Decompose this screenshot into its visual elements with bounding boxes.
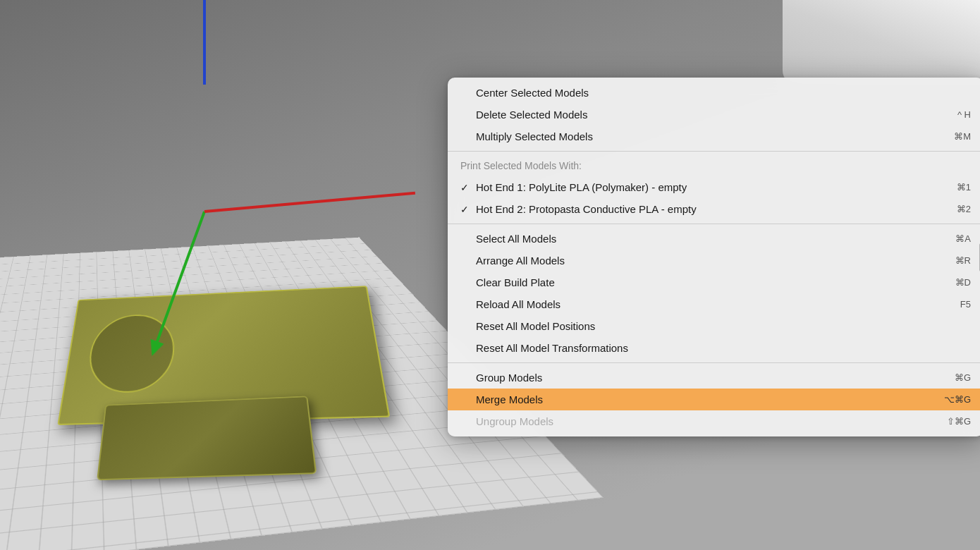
- menu-item-merge-models[interactable]: Merge Models⌥⌘G: [448, 389, 980, 410]
- top-corner-surface: [783, 0, 980, 85]
- menu-item-select-all[interactable]: Select All Models⌘A: [448, 228, 980, 250]
- menu-item-label-delete-selected: Delete Selected Models: [476, 109, 587, 121]
- menu-item-shortcut-select-all: ⌘A: [955, 233, 971, 244]
- menu-item-group-models[interactable]: Group Models⌘G: [448, 367, 980, 389]
- separator-separator-2: [448, 224, 980, 224]
- menu-item-arrange-all[interactable]: Arrange All Models⌘R: [448, 250, 980, 271]
- menu-item-label-print-with-header: Print Selected Models With:: [460, 160, 582, 171]
- checkmark-icon: ✓: [460, 204, 472, 215]
- menu-item-label-reset-positions: Reset All Model Positions: [476, 320, 595, 332]
- menu-item-hot-end-1[interactable]: ✓Hot End 1: PolyLite PLA (Polymaker) - e…: [448, 176, 980, 198]
- menu-item-shortcut-reload-all: F5: [960, 299, 971, 310]
- checkmark-icon: ✓: [460, 182, 472, 193]
- menu-item-shortcut-hot-end-1: ⌘1: [957, 182, 971, 192]
- menu-item-shortcut-hot-end-2: ⌘2: [957, 204, 971, 214]
- y-axis-arrow: [203, 0, 206, 85]
- menu-item-label-center-selected: Center Selected Models: [476, 87, 589, 99]
- menu-item-print-with-header: Print Selected Models With:: [448, 155, 980, 176]
- menu-item-label-reset-transformations: Reset All Model Transformations: [476, 342, 628, 354]
- separator-separator-1: [448, 151, 980, 152]
- menu-item-delete-selected[interactable]: Delete Selected Models^ H: [448, 104, 980, 126]
- menu-item-label-arrange-all: Arrange All Models: [476, 255, 565, 267]
- 3d-viewport[interactable]: Center Selected ModelsDelete Selected Mo…: [0, 0, 980, 550]
- menu-item-multiply-selected[interactable]: Multiply Selected Models⌘M: [448, 126, 980, 147]
- menu-item-ungroup-models: Ungroup Models⇧⌘G: [448, 410, 980, 432]
- menu-item-shortcut-group-models: ⌘G: [955, 372, 971, 383]
- menu-item-shortcut-arrange-all: ⌘R: [955, 255, 971, 266]
- menu-item-label-multiply-selected: Multiply Selected Models: [476, 130, 593, 142]
- menu-item-label-clear-build-plate: Clear Build Plate: [476, 276, 555, 288]
- menu-item-label-hot-end-2: Hot End 2: Protopasta Conductive PLA - e…: [476, 203, 697, 215]
- menu-item-label-group-models: Group Models: [476, 372, 542, 384]
- 3d-model-secondary: [97, 396, 317, 480]
- menu-item-shortcut-delete-selected: ^ H: [957, 109, 971, 120]
- menu-item-shortcut-ungroup-models: ⇧⌘G: [947, 416, 971, 427]
- context-menu: Center Selected ModelsDelete Selected Mo…: [448, 78, 980, 436]
- separator-separator-3: [448, 362, 980, 363]
- menu-item-label-ungroup-models: Ungroup Models: [476, 415, 553, 427]
- menu-item-center-selected[interactable]: Center Selected Models: [448, 82, 980, 104]
- menu-item-hot-end-2[interactable]: ✓Hot End 2: Protopasta Conductive PLA - …: [448, 198, 980, 220]
- menu-item-label-reload-all: Reload All Models: [476, 298, 561, 310]
- menu-item-reload-all[interactable]: Reload All ModelsF5: [448, 293, 980, 315]
- menu-item-label-hot-end-1: Hot End 1: PolyLite PLA (Polymaker) - em…: [476, 181, 687, 193]
- model-container: [42, 197, 437, 479]
- menu-item-shortcut-multiply-selected: ⌘M: [954, 131, 971, 142]
- menu-item-clear-build-plate[interactable]: Clear Build Plate⌘D: [448, 271, 980, 293]
- menu-item-shortcut-clear-build-plate: ⌘D: [955, 277, 971, 288]
- menu-item-reset-transformations[interactable]: Reset All Model Transformations: [448, 337, 980, 359]
- menu-item-reset-positions[interactable]: Reset All Model Positions: [448, 315, 980, 337]
- menu-item-label-select-all: Select All Models: [476, 233, 556, 245]
- menu-item-label-merge-models: Merge Models: [476, 393, 543, 405]
- menu-item-shortcut-merge-models: ⌥⌘G: [944, 394, 971, 405]
